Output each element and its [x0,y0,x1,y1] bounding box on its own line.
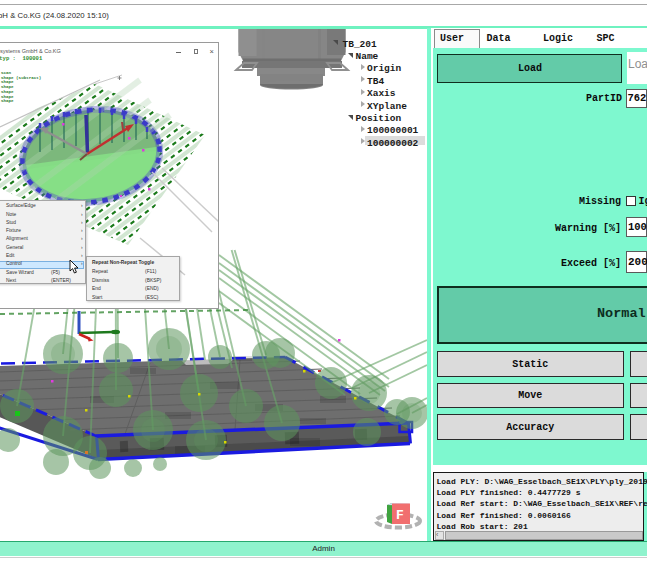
svg-text:· Shape: · Shape [0,95,14,99]
svg-text:btyp : 100001: btyp : 100001 [0,55,43,62]
svg-text:· Shape: · Shape [0,90,14,94]
svg-text:· Shape: · Shape [0,99,14,103]
svg-text:· Shape (Subtract): · Shape (Subtract) [0,76,41,80]
svg-text:· Scan: · Scan [0,71,12,75]
svg-text:· Shape: · Shape [0,80,14,84]
svg-text:F: F [396,508,404,523]
svg-text:· Shape: · Shape [0,85,14,89]
